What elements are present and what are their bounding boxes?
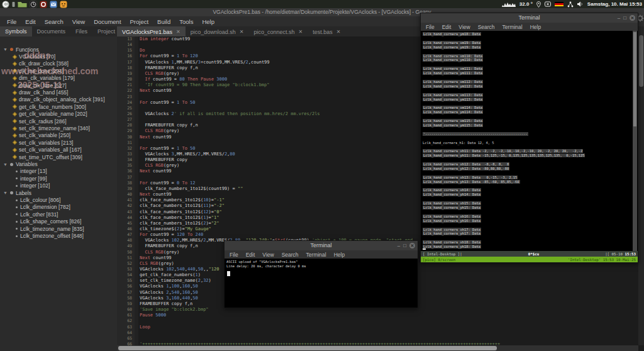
terminal-menu-help[interactable]: Help bbox=[330, 252, 348, 258]
editor-horizontal-scrollbar[interactable] bbox=[117, 345, 638, 351]
terminal-menu-help[interactable]: Help bbox=[526, 24, 545, 30]
terminal-menu-file[interactable]: File bbox=[226, 252, 242, 258]
tab-close-icon[interactable]: ✕ bbox=[176, 29, 180, 35]
editor-tab-pico_download.sh[interactable]: pico_download.sh✕ bbox=[186, 26, 249, 36]
sidebar-tab-documents[interactable]: Documents bbox=[32, 26, 71, 36]
expander-icon[interactable]: ▼ bbox=[3, 191, 8, 195]
menu-document[interactable]: Document bbox=[89, 18, 125, 25]
minimize-icon[interactable]: – bbox=[397, 243, 400, 248]
symbol-item[interactable]: draw_clk_hand [455] bbox=[13, 89, 68, 96]
symbol-item[interactable]: set_clk_timezone_name [340] bbox=[13, 125, 90, 131]
terminal-scrollbar-thumb[interactable] bbox=[633, 32, 636, 126]
terminal-menu-terminal[interactable]: Terminal bbox=[499, 24, 526, 30]
vertical-scrollbar-thumb[interactable] bbox=[639, 35, 643, 87]
maximize-icon[interactable]: □ bbox=[403, 243, 406, 248]
tab-close-icon[interactable]: ✕ bbox=[240, 29, 244, 35]
symbol-item[interactable]: integer [102] bbox=[16, 182, 50, 189]
menu-build[interactable]: Build bbox=[153, 18, 175, 25]
terminal-scrollbar[interactable] bbox=[633, 31, 637, 251]
recorder-icon[interactable] bbox=[40, 1, 47, 8]
terminal-menu-search[interactable]: Search bbox=[278, 252, 303, 258]
app-menu-icon[interactable] bbox=[2, 1, 9, 8]
menu-edit[interactable]: Edit bbox=[21, 18, 40, 25]
close-icon[interactable]: ✕ bbox=[409, 243, 415, 248]
menu-project[interactable]: Project bbox=[126, 18, 153, 25]
cpu-graph-icon[interactable] bbox=[502, 1, 516, 8]
close-icon[interactable]: ✕ bbox=[630, 15, 635, 21]
symbol-item[interactable]: integer [13] bbox=[16, 168, 47, 175]
terminal-menu-view[interactable]: View bbox=[258, 252, 277, 258]
terminal-menu-edit[interactable]: Edit bbox=[438, 24, 455, 30]
symbol-item[interactable]: set_time_UTC_offset [309] bbox=[13, 153, 82, 160]
code-line[interactable]: 63Loop bbox=[117, 325, 638, 330]
panel-clock[interactable]: Samstag, 10. Mai 15:53 bbox=[587, 1, 642, 7]
sidebar-tab-project[interactable]: Project bbox=[92, 26, 120, 36]
symbol-item[interactable]: Lclk_shape_corners [826] bbox=[16, 218, 81, 225]
code-line[interactable]: 65 bbox=[117, 336, 638, 342]
symbol-item[interactable]: Lclk_timezone_name [835] bbox=[16, 225, 84, 232]
terminal-menu-view[interactable]: View bbox=[455, 24, 474, 30]
symbol-item[interactable]: integer [99] bbox=[16, 175, 47, 182]
mail-icon[interactable] bbox=[50, 1, 57, 8]
symbol-item[interactable]: draw_clk_face [527] bbox=[13, 82, 67, 89]
symbol-item[interactable]: dim_clk_variables [179] bbox=[13, 75, 75, 82]
menu-tools[interactable]: Tools bbox=[175, 18, 197, 25]
minimize-icon[interactable]: – bbox=[618, 16, 620, 21]
window-list-icon[interactable] bbox=[12, 1, 15, 8]
menu-file[interactable]: File bbox=[3, 18, 21, 25]
symbol-item[interactable]: set_clk_variables [213] bbox=[13, 139, 73, 146]
symbol-item[interactable]: draw_clk_object_analog_clock [391] bbox=[13, 96, 105, 103]
editor-vertical-scrollbar[interactable] bbox=[638, 26, 644, 345]
terminal-menu-edit[interactable]: Edit bbox=[242, 252, 259, 258]
symbol-group-labels[interactable]: ▼Labels bbox=[3, 189, 31, 196]
symbol-item[interactable]: Lclk_timezone_offset [848] bbox=[16, 232, 84, 239]
symbol-item[interactable]: Lclk_other [831] bbox=[16, 211, 58, 218]
network-icon[interactable] bbox=[567, 1, 574, 8]
terminal-menu-search[interactable]: Search bbox=[474, 24, 499, 30]
symbol-item[interactable]: set_clk_variable [250] bbox=[13, 132, 70, 139]
symbol-item[interactable]: get_clk_variable_name [202] bbox=[13, 111, 87, 118]
symbol-item[interactable]: VGAclocks [70] bbox=[13, 53, 55, 60]
symbol-item[interactable]: get_clk_face_numbers [300] bbox=[13, 103, 86, 110]
expander-icon[interactable]: ▼ bbox=[3, 162, 8, 167]
tab-close-icon[interactable]: ✕ bbox=[336, 29, 341, 35]
terminal-small-titlebar[interactable]: Terminal – □ ✕ bbox=[225, 241, 418, 250]
code-line[interactable]: 64 bbox=[117, 330, 638, 336]
sidebar-tab-files[interactable]: Files bbox=[70, 26, 92, 36]
code-text: clk_timezone$(2)="My Gauge" bbox=[140, 226, 211, 232]
symbol-item[interactable]: set_clk_variables_all [167] bbox=[13, 147, 82, 153]
editor-tab-test.bas[interactable]: test.bas✕ bbox=[308, 26, 345, 36]
expander-icon[interactable]: ▼ bbox=[3, 47, 8, 52]
symbol-item[interactable]: Lclk_dimension [782] bbox=[16, 204, 70, 211]
terminal-right-titlebar[interactable]: Terminal – □ ✕ bbox=[421, 13, 638, 23]
symbol-group-functions[interactable]: ▼Functions bbox=[3, 46, 39, 53]
editor-tab-VGAclocksPre1.bas[interactable]: VGAclocksPre1.bas✕ bbox=[117, 26, 186, 36]
chat-icon[interactable] bbox=[60, 1, 67, 8]
terminal-menu-file[interactable]: File bbox=[422, 24, 438, 30]
tab-close-icon[interactable]: ✕ bbox=[299, 29, 303, 35]
screenshot-tool-icon[interactable] bbox=[545, 1, 551, 8]
horizontal-scrollbar-thumb[interactable] bbox=[118, 346, 497, 350]
code-line[interactable]: 62 bbox=[117, 318, 638, 324]
symbol-item[interactable]: Lclk_colour [806] bbox=[16, 196, 60, 203]
keyboard-layout-flag-icon[interactable] bbox=[555, 2, 564, 7]
symbol-item[interactable]: clk_draw_clock [358] bbox=[13, 60, 69, 67]
editor-tab-pico_connect.sh[interactable]: pico_connect.sh✕ bbox=[249, 26, 308, 36]
terminal-menu-terminal[interactable]: Terminal bbox=[303, 252, 330, 258]
symbol-item[interactable]: clk_init_done [294] bbox=[13, 67, 64, 74]
symbol-group-variables[interactable]: ▼Variables bbox=[3, 160, 38, 167]
sidebar-tab-symbols[interactable]: Symbols bbox=[0, 26, 32, 36]
terminal-right-output[interactable]: Lclk_hand_corners_ym18: DataLclk_hand_co… bbox=[421, 31, 638, 251]
clock-app-icon[interactable] bbox=[30, 1, 37, 8]
volume-icon[interactable] bbox=[577, 1, 584, 8]
file-manager-icon[interactable] bbox=[18, 1, 27, 8]
menu-search[interactable]: Search bbox=[40, 18, 68, 25]
code-line[interactable]: 61Pause 5000 bbox=[117, 313, 638, 318]
location-pin-icon[interactable] bbox=[536, 1, 541, 8]
menu-help[interactable]: Help bbox=[197, 18, 219, 25]
maximize-icon[interactable]: □ bbox=[623, 16, 626, 21]
temperature-indicator[interactable]: 32.0 ° bbox=[519, 1, 533, 7]
terminal-small-output[interactable]: ASCII upload of "VGAclocksPre1.bas" Line… bbox=[225, 259, 418, 308]
menu-view[interactable]: View bbox=[68, 18, 89, 25]
symbol-item[interactable]: set_clk_radius [286] bbox=[13, 118, 67, 125]
